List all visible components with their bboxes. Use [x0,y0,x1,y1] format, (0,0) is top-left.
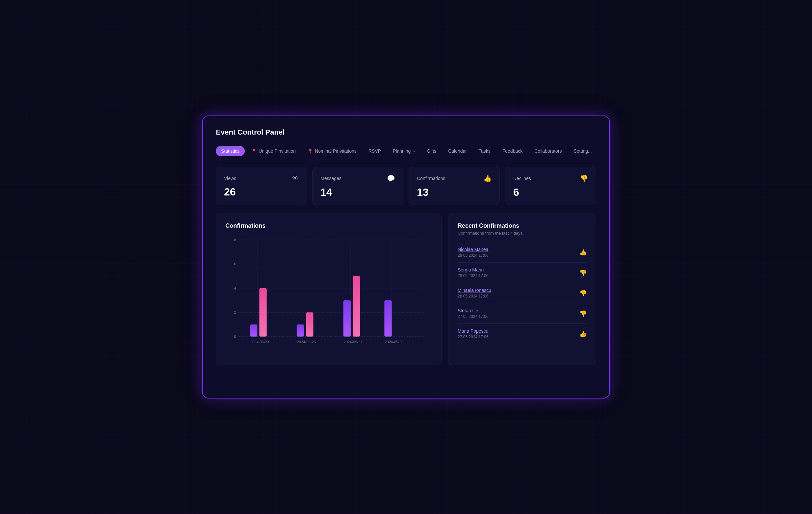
stat-card-confirmations: Confirmations👍13 [409,167,500,205]
list-item: Nicolae Manea28 05 2024 17:06👍 [458,242,587,263]
chart-area: 024682024-05-232024-05-252024-05-272024-… [225,231,432,356]
nominal-pinvitations-icon: 📍 [308,149,313,154]
stat-value-confirmations: 13 [417,187,492,197]
chart-card: Confirmations 024682024-05-232024-05-252… [216,213,441,365]
nav-tab-collaborators[interactable]: Collaborators [529,146,567,156]
list-item: Stefan Ilie27 05 2024 17:06👎 [458,304,587,324]
confirmation-name[interactable]: Stefan Ilie [458,308,488,313]
recent-title: Recent Confirmations [458,223,587,229]
list-item: Mihaela Ionescu28 05 2024 17:06👎 [458,283,587,304]
svg-text:6: 6 [234,262,236,266]
stat-value-views: 26 [224,187,299,197]
x-label-2: 2024-05-27 [344,340,362,344]
stat-card-views: Views👁26 [216,167,307,205]
svg-text:8: 8 [234,238,236,242]
nav-tab-calendar[interactable]: Calendar [443,146,472,156]
stat-icon-views: 👁 [292,174,299,182]
thumbs-up-icon: 👍 [579,249,587,256]
confirmation-date: 27 05 2024 17:06 [458,314,488,319]
gifts-label: Gifts [427,148,436,154]
confirmation-date: 28 05 2024 17:06 [458,274,488,278]
confirmation-name[interactable]: Sergiu Marin [458,267,488,273]
bar-0-0 [250,324,257,337]
svg-text:4: 4 [234,286,236,290]
nav-tabs: Statistics📍Unique Pinvitation📍Nominal Pi… [216,146,596,156]
stat-label-declines: Declines [513,176,531,181]
nav-tab-unique-pinvitation[interactable]: 📍Unique Pinvitation [246,146,301,156]
thumbs-up-icon: 👍 [579,331,587,338]
stats-row: Views👁26Messages💬14Confirmations👍13Decli… [216,167,596,205]
nav-tab-tasks[interactable]: Tasks [473,146,496,156]
svg-text:0: 0 [234,335,236,339]
confirmation-date: 28 05 2024 17:06 [458,294,491,298]
settings-label: Setting... [574,148,592,154]
statistics-label: Statistics [221,148,239,154]
stat-card-declines: Declines👎6 [505,167,596,205]
tasks-label: Tasks [479,148,491,154]
bar-2-1 [353,276,360,337]
confirmation-info: Nicolae Manea28 05 2024 17:06 [458,247,488,258]
list-item: Sergiu Marin28 05 2024 17:06👎 [458,263,587,283]
x-label-1: 2024-05-25 [297,340,316,344]
list-item: Maria Popescu27 05 2024 17:06👍 [458,324,587,344]
chart-title: Confirmations [225,223,432,229]
nav-tab-planning[interactable]: Planning▾ [387,146,420,156]
stat-icon-confirmations: 👍 [483,174,492,182]
stat-label-messages: Messages [320,176,342,181]
confirmation-name[interactable]: Nicolae Manea [458,247,488,252]
nav-tab-rsvp[interactable]: RSVP [363,146,386,156]
nav-tab-gifts[interactable]: Gifts [422,146,441,156]
nominal-pinvitations-label: Nominal Pinvitations [315,148,357,154]
thumbs-down-icon: 👎 [579,269,587,277]
stat-value-declines: 6 [513,187,588,197]
unique-pinvitation-label: Unique Pinvitation [259,148,296,154]
nav-tab-nominal-pinvitations[interactable]: 📍Nominal Pinvitations [302,146,362,156]
confirmation-date: 28 05 2024 17:06 [458,253,488,258]
calendar-label: Calendar [448,148,467,154]
stat-header-views: Views👁 [224,174,299,182]
stat-card-messages: Messages💬14 [312,167,403,205]
chart-svg: 024682024-05-232024-05-252024-05-272024-… [225,231,432,356]
main-panel: Event Control Panel Statistics📍Unique Pi… [202,115,610,399]
nav-tab-settings[interactable]: Setting... [569,146,597,156]
bar-2-0 [344,301,351,337]
bar-1-0 [297,324,304,337]
confirmation-info: Sergiu Marin28 05 2024 17:06 [458,267,488,278]
bar-0-1 [259,288,266,337]
stat-icon-declines: 👎 [580,174,588,182]
confirmation-info: Mihaela Ionescu28 05 2024 17:06 [458,288,491,298]
confirmation-info: Stefan Ilie27 05 2024 17:06 [458,308,488,319]
confirmation-name[interactable]: Mihaela Ionescu [458,288,491,293]
nav-tab-feedback[interactable]: Feedback [497,146,528,156]
feedback-label: Feedback [502,148,522,154]
recent-card: Recent Confirmations Confirmations from … [448,213,596,365]
stat-header-messages: Messages💬 [320,174,395,182]
thumbs-down-icon: 👎 [579,310,587,317]
nav-tab-statistics[interactable]: Statistics [216,146,245,156]
x-label-3: 2024-05-29 [385,340,403,344]
bottom-row: Confirmations 024682024-05-232024-05-252… [216,213,596,365]
unique-pinvitation-icon: 📍 [251,149,257,154]
confirmation-name[interactable]: Maria Popescu [458,329,488,334]
stat-icon-messages: 💬 [387,174,395,182]
planning-label: Planning [393,148,411,154]
stat-label-confirmations: Confirmations [417,176,445,181]
svg-text:2: 2 [234,310,236,314]
bar-1-1 [306,312,313,336]
recent-subtitle: Confirmations from the last 7 days. [458,231,587,236]
stat-header-declines: Declines👎 [513,174,588,182]
confirmation-date: 27 05 2024 17:06 [458,335,488,339]
x-label-0: 2024-05-23 [250,340,269,344]
recent-list: Nicolae Manea28 05 2024 17:06👍Sergiu Mar… [458,242,587,344]
panel-title: Event Control Panel [216,128,596,137]
planning-chevron-icon: ▾ [413,149,415,153]
rsvp-label: RSVP [369,148,381,154]
bar-3-0 [384,301,392,337]
confirmation-info: Maria Popescu27 05 2024 17:06 [458,329,488,339]
stat-value-messages: 14 [320,187,395,197]
thumbs-down-icon: 👎 [579,290,587,297]
collaborators-label: Collaborators [534,148,562,154]
stat-header-confirmations: Confirmations👍 [417,174,492,182]
stat-label-views: Views [224,176,236,181]
